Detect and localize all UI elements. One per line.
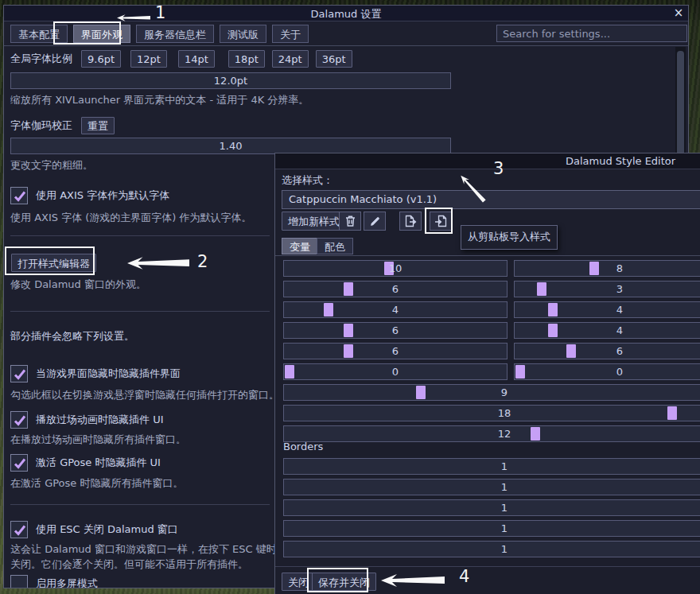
- gpose-hint: 在激活 GPose 时隐藏所有插件窗口。: [10, 476, 183, 491]
- check-icon: [13, 523, 27, 538]
- style-combo-value: Catppuccin Macchiato (v1.1): [289, 193, 437, 205]
- font-scale-9.6pt-button[interactable]: 9.6pt: [81, 50, 121, 68]
- slider-row: 66: [283, 343, 700, 363]
- style-slider[interactable]: 6: [283, 281, 508, 297]
- export-style-button[interactable]: [399, 212, 422, 231]
- font-scale-slider[interactable]: 12.0pt: [10, 72, 451, 89]
- tab-experimental[interactable]: 测试版: [220, 25, 266, 43]
- hide-ui-row: 当游戏界面隐藏时隐藏插件界面: [10, 365, 181, 382]
- style-slider[interactable]: 1: [283, 479, 700, 495]
- slider-value: 6: [284, 323, 507, 338]
- axis-font-hint: 使用 AXIS 字体 (游戏的主界面字体) 作为默认字体。: [10, 211, 252, 225]
- check-icon: [13, 189, 27, 204]
- tab-variables[interactable]: 变量: [282, 238, 318, 254]
- esc-close-label: 使用 ESC 关闭 Dalamud 窗口: [36, 522, 178, 537]
- gpose-checkbox[interactable]: [10, 454, 28, 472]
- style-slider[interactable]: 4: [514, 301, 700, 318]
- style-editor-titlebar[interactable]: Dalamud Style Editor: [275, 153, 700, 169]
- style-slider[interactable]: 18: [283, 405, 700, 421]
- style-slider[interactable]: 1: [283, 458, 700, 475]
- close-icon[interactable]: ×: [672, 6, 685, 20]
- slider-value: 18: [284, 406, 700, 421]
- style-slider[interactable]: 4: [283, 301, 508, 318]
- tab-colors[interactable]: 配色: [317, 238, 353, 254]
- open-style-editor-button[interactable]: 打开样式编辑器: [11, 254, 96, 272]
- settings-scrollbar-thumb[interactable]: [677, 51, 684, 161]
- screen: Dalamud 设置 × 基本配置 界面外观 服务器信息栏 测试版 关于 全局字…: [0, 0, 700, 594]
- esc-close-hint: 这会让 Dalamud 窗口和游戏窗口一样，在按下 ESC 键时关闭。它们会逐个…: [10, 542, 286, 572]
- import-tooltip: 从剪贴板导入样式: [461, 225, 558, 250]
- settings-window-title: Dalamud 设置: [4, 7, 688, 21]
- style-slider[interactable]: 8: [514, 260, 700, 277]
- hide-ui-checkbox[interactable]: [10, 365, 28, 382]
- multi-monitor-row: 启用多屏模式: [10, 575, 98, 588]
- font-scale-slider-value: 12.0pt: [11, 73, 450, 88]
- font-scale-24pt-button[interactable]: 24pt: [272, 50, 309, 68]
- style-slider[interactable]: 0: [283, 363, 508, 380]
- font-gamma-slider[interactable]: 1.40: [10, 138, 451, 154]
- slider-value: 9: [284, 385, 700, 400]
- save-and-close-button[interactable]: 保存并关闭: [312, 573, 376, 591]
- check-icon: [13, 413, 27, 428]
- style-slider[interactable]: 12: [283, 425, 700, 442]
- separator: [10, 311, 270, 312]
- separator: [10, 235, 270, 236]
- font-gamma-label: 字体伽玛校正: [10, 118, 72, 133]
- multi-monitor-checkbox[interactable]: [10, 575, 28, 588]
- delete-style-button[interactable]: [339, 212, 361, 231]
- separator: [275, 566, 700, 567]
- slider-value: 1: [284, 459, 700, 474]
- axis-font-label: 使用 AXIS 字体作为默认字体: [36, 188, 169, 203]
- export-icon: [404, 215, 418, 227]
- pencil-icon: [369, 215, 381, 227]
- slider-value: 1: [284, 521, 700, 536]
- font-gamma-reset-button[interactable]: 重置: [81, 117, 115, 134]
- style-slider[interactable]: 6: [283, 322, 508, 339]
- slider-value: 0: [284, 364, 507, 379]
- font-scale-12pt-button[interactable]: 12pt: [130, 50, 167, 68]
- slider-row: 00: [283, 363, 700, 384]
- hide-ui-label: 当游戏界面隐藏时隐藏插件界面: [36, 367, 181, 381]
- close-button[interactable]: 关闭: [282, 573, 315, 591]
- style-slider[interactable]: 6: [514, 343, 700, 359]
- tab-about[interactable]: 关于: [272, 25, 309, 43]
- font-scale-18pt-button[interactable]: 18pt: [228, 50, 265, 68]
- style-slider[interactable]: 3: [514, 281, 700, 297]
- font-gamma-row: 字体伽玛校正 重置: [10, 117, 115, 134]
- axis-font-checkbox[interactable]: [10, 187, 28, 204]
- tab-general[interactable]: 基本配置: [10, 25, 68, 43]
- rename-style-button[interactable]: [364, 212, 386, 231]
- esc-close-checkbox[interactable]: [10, 521, 28, 538]
- settings-titlebar[interactable]: Dalamud 设置 ×: [4, 6, 688, 21]
- tab-server-info-bar[interactable]: 服务器信息栏: [136, 25, 214, 43]
- font-scale-row: 全局字体比例 9.6pt 12pt 14pt 18pt 24pt 36pt: [10, 50, 352, 68]
- font-scale-14pt-button[interactable]: 14pt: [178, 50, 215, 68]
- style-combo[interactable]: Catppuccin Macchiato (v1.1): [282, 190, 700, 209]
- cutscene-label: 播放过场动画时隐藏插件 UI: [36, 413, 163, 427]
- slider-row: 108: [283, 260, 700, 281]
- style-slider[interactable]: 10: [283, 260, 508, 277]
- add-style-button[interactable]: 增加新样式: [282, 212, 346, 231]
- slider-value: 6: [284, 281, 507, 297]
- check-icon: [13, 456, 27, 471]
- search-input[interactable]: [496, 25, 687, 42]
- plugins-note: 部分插件会忽略下列设置。: [10, 329, 134, 344]
- style-slider[interactable]: 0: [514, 363, 700, 380]
- font-scale-36pt-button[interactable]: 36pt: [316, 50, 352, 68]
- style-slider[interactable]: 4: [514, 322, 700, 339]
- style-slider[interactable]: 6: [283, 343, 508, 359]
- style-slider[interactable]: 9: [283, 384, 700, 401]
- slider-value: 8: [515, 261, 700, 276]
- style-slider[interactable]: 1: [283, 499, 700, 516]
- trash-icon: [344, 215, 356, 227]
- import-style-button[interactable]: [430, 212, 452, 231]
- cutscene-hint: 在播放过场动画时隐藏所有插件窗口。: [10, 433, 186, 447]
- settings-tabbar: 基本配置 界面外观 服务器信息栏 测试版 关于: [10, 25, 309, 43]
- cutscene-row: 播放过场动画时隐藏插件 UI: [10, 411, 163, 429]
- style-slider[interactable]: 1: [283, 541, 700, 557]
- slider-value: 1: [284, 500, 700, 515]
- cutscene-checkbox[interactable]: [10, 411, 28, 429]
- tab-look-and-feel[interactable]: 界面外观: [73, 25, 130, 43]
- slider-row: 63: [283, 281, 700, 301]
- style-slider[interactable]: 1: [283, 520, 700, 537]
